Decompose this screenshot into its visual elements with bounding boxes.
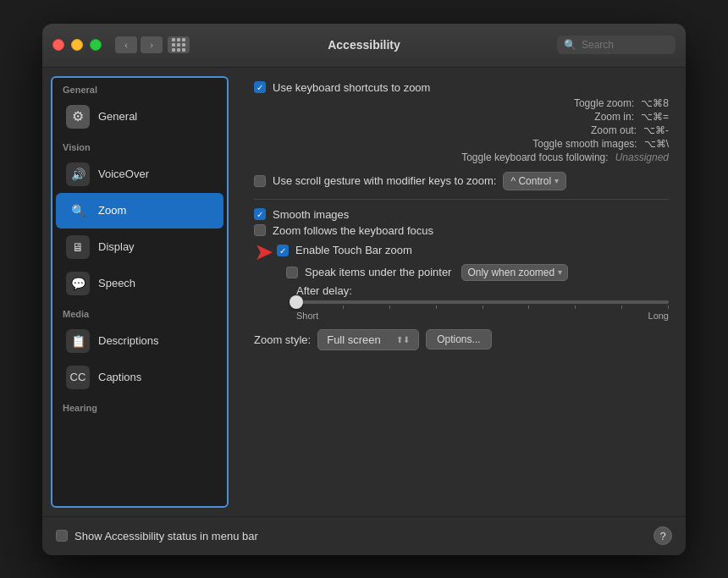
sidebar-item-speech[interactable]: 💬 Speech [56, 266, 223, 301]
zoom-style-dropdown[interactable]: Full screen ⬆⬇ [317, 329, 419, 350]
search-bar[interactable]: 🔍 [557, 36, 676, 54]
speak-items-checkbox[interactable] [286, 267, 298, 278]
sidebar-item-voiceover[interactable]: 🔊 VoiceOver [56, 157, 223, 192]
sidebar-item-captions[interactable]: CC Captions [56, 360, 223, 395]
close-button[interactable] [52, 39, 64, 51]
shortcut-name-2: Zoom in: [594, 111, 634, 123]
zoom-style-value: Full screen [327, 333, 391, 346]
minimize-button[interactable] [71, 39, 83, 51]
grid-icon [172, 38, 185, 52]
descriptions-icon: 📋 [66, 329, 90, 353]
slider-track[interactable] [296, 300, 669, 304]
sidebar-section-vision: Vision [52, 135, 227, 156]
search-input[interactable] [582, 39, 669, 51]
modifier-key-value: ^ Control [510, 175, 551, 187]
zoom-icon: 🔍 [66, 199, 90, 223]
sidebar-voiceover-label: VoiceOver [98, 168, 149, 180]
shortcut-smooth-images: Toggle smooth images: ⌥⌘\ [274, 138, 669, 150]
modifier-key-dropdown[interactable]: ^ Control ▾ [503, 172, 566, 190]
slider-container [296, 300, 669, 304]
status-menu-bar-checkbox[interactable] [56, 530, 68, 542]
shortcut-zoom-in: Zoom in: ⌥⌘= [274, 111, 669, 123]
speak-items-row: Speak items under the pointer Only when … [286, 264, 669, 281]
speak-items-dropdown[interactable]: Only when zoomed ▾ [461, 264, 568, 281]
divider-1 [254, 199, 669, 200]
shortcut-toggle-zoom: Toggle zoom: ⌥⌘8 [274, 97, 669, 109]
touch-bar-zoom-checkbox[interactable] [277, 245, 289, 256]
sidebar-item-descriptions[interactable]: 📋 Descriptions [56, 323, 223, 359]
shortcut-key-4: ⌥⌘\ [644, 138, 669, 150]
titlebar: ‹ › Accessibility 🔍 [42, 24, 686, 68]
zoom-keyboard-checkbox[interactable] [254, 224, 266, 236]
red-arrow-icon: ➤ [254, 240, 273, 264]
options-button[interactable]: Options... [426, 329, 491, 350]
zoom-keyboard-row: Zoom follows the keyboard focus [254, 224, 669, 237]
voiceover-icon: 🔊 [66, 162, 90, 186]
main-panel: Use keyboard shortcuts to zoom Toggle zo… [237, 68, 686, 516]
touch-bar-zoom-label: Enable Touch Bar zoom [295, 244, 412, 256]
zoom-style-row: Zoom style: Full screen ⬆⬇ Options... [254, 329, 669, 350]
speak-items-label: Speak items under the pointer [305, 266, 451, 278]
after-delay-label-row: After delay: [296, 284, 669, 297]
grid-button[interactable] [168, 36, 190, 53]
shortcut-name-3: Zoom out: [591, 124, 637, 136]
sidebar-general-label: General [98, 110, 137, 123]
bottom-bar: Show Accessibility status in menu bar ? [42, 516, 686, 555]
sidebar-descriptions-label: Descriptions [98, 334, 159, 347]
slider-ticks [296, 306, 669, 309]
traffic-lights [52, 39, 102, 51]
window-title: Accessibility [328, 38, 400, 52]
nav-buttons: ‹ › [115, 36, 163, 53]
general-icon: ⚙ [66, 105, 90, 129]
speech-icon: 💬 [66, 272, 90, 295]
sidebar-display-label: Display [98, 240, 135, 253]
after-delay-section: After delay: Short Long [296, 284, 669, 321]
shortcut-zoom-out: Zoom out: ⌥⌘- [274, 124, 669, 136]
speak-items-dropdown-arrow: ▾ [558, 267, 562, 277]
keyboard-shortcuts-checkbox[interactable] [254, 81, 266, 93]
zoom-style-label: Zoom style: [254, 333, 311, 346]
keyboard-shortcuts-row: Use keyboard shortcuts to zoom [254, 81, 669, 94]
content-area: General ⚙ General Vision 🔊 VoiceOver 🔍 Z… [42, 68, 686, 516]
sidebar-section-general: General [52, 78, 227, 98]
captions-icon: CC [66, 366, 90, 389]
sidebar-section-hearing: Hearing [52, 396, 227, 416]
touch-bar-zoom-container: ➤ Enable Touch Bar zoom [254, 240, 669, 264]
sidebar-captions-label: Captions [98, 371, 141, 383]
speak-items-dropdown-value: Only when zoomed [467, 267, 554, 278]
scroll-gesture-label: Use scroll gesture with modifier keys to… [273, 174, 496, 187]
zoom-style-arrow-icon: ⬆⬇ [396, 335, 410, 344]
status-menu-bar-label: Show Accessibility status in menu bar [74, 530, 258, 542]
shortcut-key-5: Unassigned [615, 151, 669, 163]
scroll-gesture-checkbox[interactable] [254, 175, 266, 187]
forward-button[interactable]: › [141, 36, 163, 53]
zoom-keyboard-label: Zoom follows the keyboard focus [273, 224, 433, 237]
touch-bar-zoom-row: Enable Touch Bar zoom [277, 244, 412, 256]
search-icon: 🔍 [564, 39, 576, 51]
sidebar-item-zoom[interactable]: 🔍 Zoom [56, 193, 223, 228]
help-button[interactable]: ? [654, 526, 672, 545]
slider-thumb[interactable] [290, 295, 303, 309]
smooth-images-label: Smooth images [273, 208, 349, 221]
sidebar-item-display[interactable]: 🖥 Display [56, 229, 223, 265]
sidebar-zoom-label: Zoom [98, 204, 126, 217]
shortcut-key-2: ⌥⌘= [641, 111, 669, 123]
shortcut-name-4: Toggle smooth images: [532, 138, 637, 150]
slider-labels: Short Long [296, 311, 669, 321]
back-button[interactable]: ‹ [115, 36, 137, 53]
shortcut-key-3: ⌥⌘- [643, 124, 669, 136]
sidebar-section-media: Media [52, 302, 227, 322]
smooth-images-row: Smooth images [254, 208, 669, 221]
shortcut-key-1: ⌥⌘8 [641, 97, 669, 109]
after-delay-label: After delay: [296, 284, 352, 297]
shortcut-keyboard-focus: Toggle keyboard focus following: Unassig… [274, 151, 669, 163]
dropdown-arrow-icon: ▾ [554, 176, 559, 185]
sidebar-speech-label: Speech [98, 277, 135, 289]
smooth-images-checkbox[interactable] [254, 208, 266, 220]
slider-long-label: Long [648, 311, 669, 321]
sidebar: General ⚙ General Vision 🔊 VoiceOver 🔍 Z… [51, 76, 229, 508]
sidebar-item-general[interactable]: ⚙ General [56, 99, 223, 135]
maximize-button[interactable] [90, 39, 102, 51]
window: ‹ › Accessibility 🔍 General ⚙ General [42, 24, 686, 555]
shortcut-name-5: Toggle keyboard focus following: [461, 151, 608, 163]
